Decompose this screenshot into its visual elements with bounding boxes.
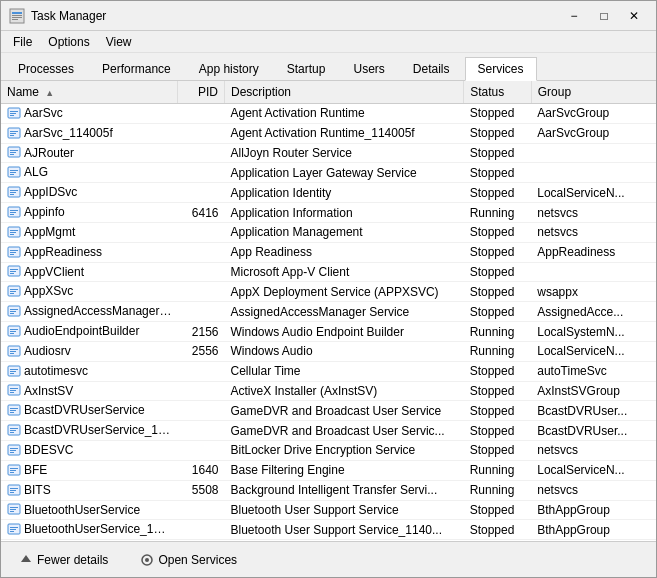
svg-rect-75 bbox=[10, 450, 16, 451]
open-services-button[interactable]: Open Services bbox=[130, 549, 247, 571]
table-row[interactable]: BluetoothUserService_1140...Bluetooth Us… bbox=[1, 520, 656, 540]
svg-rect-35 bbox=[10, 252, 16, 253]
tab-details[interactable]: Details bbox=[400, 57, 463, 80]
cell-status: Stopped bbox=[464, 123, 532, 143]
svg-rect-22 bbox=[10, 190, 18, 191]
service-icon bbox=[7, 344, 21, 358]
cell-pid bbox=[178, 143, 225, 163]
svg-rect-79 bbox=[10, 470, 16, 471]
cell-group: AarSvcGroup bbox=[531, 123, 656, 143]
table-row[interactable]: AppMgmtApplication ManagementStoppednets… bbox=[1, 222, 656, 242]
svg-rect-66 bbox=[10, 408, 18, 409]
table-row[interactable]: AppXSvcAppX Deployment Service (APPXSVC)… bbox=[1, 282, 656, 302]
table-row[interactable]: BluetoothUserServiceBluetooth User Suppo… bbox=[1, 500, 656, 520]
table-row[interactable]: BcastDVRUserServiceGameDVR and Broadcast… bbox=[1, 401, 656, 421]
cell-name: AppMgmt bbox=[1, 222, 178, 242]
cell-description: Windows Audio Endpoint Builder bbox=[225, 322, 464, 342]
menu-options[interactable]: Options bbox=[40, 33, 97, 51]
svg-rect-8 bbox=[10, 115, 14, 116]
table-row[interactable]: BDESVCBitLocker Drive Encryption Service… bbox=[1, 441, 656, 461]
svg-rect-82 bbox=[10, 488, 18, 489]
cell-group: AarSvcGroup bbox=[531, 104, 656, 124]
cell-group: LocalSystemN... bbox=[531, 322, 656, 342]
cell-status: Stopped bbox=[464, 143, 532, 163]
table-row[interactable]: BITS5508Background Intelligent Transfer … bbox=[1, 480, 656, 500]
service-icon bbox=[7, 423, 21, 437]
svg-rect-24 bbox=[10, 194, 14, 195]
svg-rect-6 bbox=[10, 111, 18, 112]
open-services-icon bbox=[140, 553, 154, 567]
cell-name: BITS bbox=[1, 480, 178, 500]
svg-rect-27 bbox=[10, 212, 16, 213]
cell-group: netsvcs bbox=[531, 480, 656, 500]
cell-status: Running bbox=[464, 322, 532, 342]
col-header-group[interactable]: Group bbox=[531, 81, 656, 104]
svg-rect-31 bbox=[10, 232, 16, 233]
table-row[interactable]: AudioEndpointBuilder2156Windows Audio En… bbox=[1, 322, 656, 342]
tab-users[interactable]: Users bbox=[340, 57, 397, 80]
cell-name: AssignedAccessManagerSvc bbox=[1, 302, 178, 322]
svg-rect-44 bbox=[10, 293, 14, 294]
col-header-status[interactable]: Status bbox=[464, 81, 532, 104]
cell-pid bbox=[178, 401, 225, 421]
cell-pid bbox=[178, 520, 225, 540]
table-row[interactable]: BcastDVRUserService_11400...GameDVR and … bbox=[1, 421, 656, 441]
title-bar: Task Manager − □ ✕ bbox=[1, 1, 656, 31]
close-button[interactable]: ✕ bbox=[620, 6, 648, 26]
cell-group: LocalServiceN... bbox=[531, 183, 656, 203]
svg-rect-36 bbox=[10, 254, 14, 255]
table-row[interactable]: AarSvc_114005fAgent Activation Runtime_1… bbox=[1, 123, 656, 143]
tab-performance[interactable]: Performance bbox=[89, 57, 184, 80]
fewer-details-label: Fewer details bbox=[37, 553, 108, 567]
cell-group: BcastDVRUser... bbox=[531, 421, 656, 441]
table-row[interactable]: AxInstSVActiveX Installer (AxInstSV)Stop… bbox=[1, 381, 656, 401]
cell-description: ActiveX Installer (AxInstSV) bbox=[225, 381, 464, 401]
table-row[interactable]: AarSvcAgent Activation RuntimeStoppedAar… bbox=[1, 104, 656, 124]
maximize-button[interactable]: □ bbox=[590, 6, 618, 26]
tab-startup[interactable]: Startup bbox=[274, 57, 339, 80]
cell-pid: 1640 bbox=[178, 460, 225, 480]
cell-status: Stopped bbox=[464, 361, 532, 381]
cell-pid bbox=[178, 302, 225, 322]
table-row[interactable]: Audiosrv2556Windows AudioRunningLocalSer… bbox=[1, 341, 656, 361]
cell-pid bbox=[178, 123, 225, 143]
col-header-description[interactable]: Description bbox=[225, 81, 464, 104]
col-header-pid[interactable]: PID bbox=[178, 81, 225, 104]
table-row[interactable]: AppReadinessApp ReadinessStoppedAppReadi… bbox=[1, 242, 656, 262]
service-icon bbox=[7, 383, 21, 397]
table-row[interactable]: Appinfo6416Application InformationRunnin… bbox=[1, 203, 656, 223]
table-row[interactable]: ALGApplication Layer Gateway ServiceStop… bbox=[1, 163, 656, 183]
cell-status: Stopped bbox=[464, 104, 532, 124]
cell-status: Stopped bbox=[464, 282, 532, 302]
menu-view[interactable]: View bbox=[98, 33, 140, 51]
service-icon bbox=[7, 284, 21, 298]
cell-name: autotimesvc bbox=[1, 361, 178, 381]
service-icon bbox=[7, 185, 21, 199]
cell-pid bbox=[178, 361, 225, 381]
svg-rect-2 bbox=[12, 15, 22, 16]
tab-processes[interactable]: Processes bbox=[5, 57, 87, 80]
svg-rect-48 bbox=[10, 313, 14, 314]
fewer-details-button[interactable]: Fewer details bbox=[9, 549, 118, 571]
cell-pid bbox=[178, 163, 225, 183]
minimize-button[interactable]: − bbox=[560, 6, 588, 26]
table-row[interactable]: BFE1640Base Filtering EngineRunningLocal… bbox=[1, 460, 656, 480]
table-row[interactable]: AJRouterAllJoyn Router ServiceStopped bbox=[1, 143, 656, 163]
svg-rect-63 bbox=[10, 390, 16, 391]
cell-pid: 2556 bbox=[178, 341, 225, 361]
cell-description: Microsoft App-V Client bbox=[225, 262, 464, 282]
tab-app-history[interactable]: App history bbox=[186, 57, 272, 80]
cell-group: BthAppGroup bbox=[531, 500, 656, 520]
table-row[interactable]: AssignedAccessManagerSvcAssignedAccessMa… bbox=[1, 302, 656, 322]
cell-group: netsvcs bbox=[531, 203, 656, 223]
services-table-container[interactable]: Name ▲ PID Description Status Group AarS… bbox=[1, 81, 656, 541]
menu-file[interactable]: File bbox=[5, 33, 40, 51]
table-row[interactable]: AppIDSvcApplication IdentityStoppedLocal… bbox=[1, 183, 656, 203]
tab-bar: Processes Performance App history Startu… bbox=[1, 53, 656, 81]
cell-name: BFE bbox=[1, 460, 178, 480]
table-row[interactable]: AppVClientMicrosoft App-V ClientStopped bbox=[1, 262, 656, 282]
tab-services[interactable]: Services bbox=[465, 57, 537, 81]
cell-name: ALG bbox=[1, 163, 178, 183]
table-row[interactable]: autotimesvcCellular TimeStoppedautoTimeS… bbox=[1, 361, 656, 381]
col-header-name[interactable]: Name ▲ bbox=[1, 81, 178, 104]
